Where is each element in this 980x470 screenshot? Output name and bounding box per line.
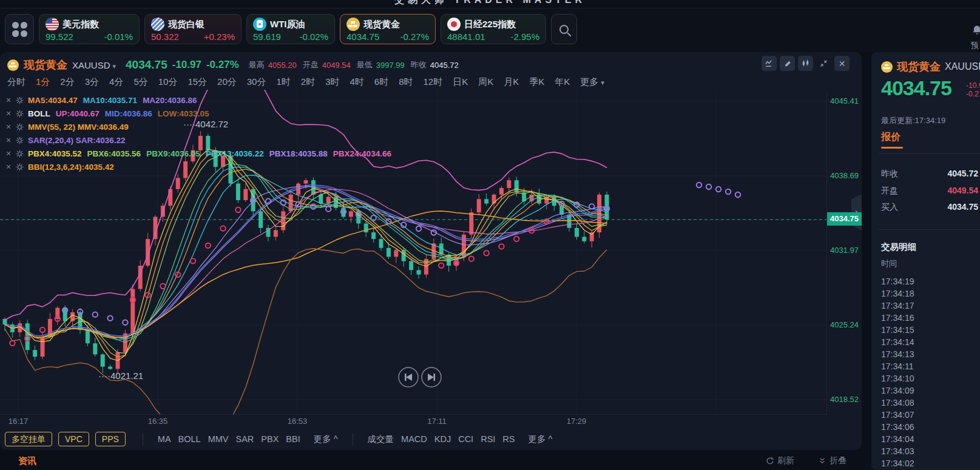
timeframe-tab-年K[interactable]: 年K — [555, 76, 570, 88]
timeframe-tab-3分[interactable]: 3分 — [85, 76, 99, 88]
ticker-card-spot-gold[interactable]: 现货黄金4034.75-0.27% — [340, 14, 436, 44]
gold-coin-icon — [346, 18, 360, 31]
search-button[interactable] — [551, 14, 577, 44]
sub-indicator-tab-成交量[interactable]: 成交量 — [368, 434, 394, 444]
timeframe-more[interactable]: 更多▾ — [580, 76, 604, 88]
sub-indicator-tab-KDJ[interactable]: KDJ — [434, 434, 451, 444]
indicator-tab-BOLL[interactable]: BOLL — [178, 434, 201, 444]
remove-indicator-icon[interactable]: × — [6, 162, 16, 172]
ticker-card-nikkei-225[interactable]: 日经225指数48841.01-2.95% — [441, 14, 546, 44]
ticker-name: 美元指数 — [63, 19, 99, 30]
more-main-indicators[interactable]: 更多 ^ — [314, 434, 338, 445]
trade-row[interactable]: 17:34:164 — [881, 312, 980, 324]
trade-row[interactable]: 17:34:134 — [881, 348, 980, 360]
symbol-name[interactable]: 现货黄金 — [24, 58, 67, 72]
timeframe-tab-15分[interactable]: 15分 — [188, 76, 207, 88]
timeframe-tab-分时[interactable]: 分时 — [7, 76, 25, 88]
trade-row[interactable]: 17:34:174 — [881, 300, 980, 312]
draw-pencil-icon[interactable] — [780, 56, 795, 71]
timeframe-tab-10分[interactable]: 10分 — [158, 76, 178, 88]
legend-value: MA5:4034.47 — [28, 96, 78, 105]
timeframe-tab-5分[interactable]: 5分 — [133, 76, 147, 88]
ticker-card-wti-oil[interactable]: WTI原油59.619-0.02% — [246, 14, 335, 44]
remove-indicator-icon[interactable]: × — [6, 95, 16, 105]
quote-label: 开盘 — [881, 186, 898, 195]
timeframe-tab-季K[interactable]: 季K — [529, 76, 544, 88]
symbol-code[interactable]: XAUUSD▾ — [72, 60, 116, 70]
order-button-1[interactable]: VPC — [58, 432, 89, 446]
trade-list[interactable]: 17:34:19417:34:18417:34:17417:34:16417:3… — [881, 275, 980, 469]
indicator-settings-icon[interactable] — [16, 123, 28, 131]
trade-row[interactable]: 17:34:184 — [881, 287, 980, 300]
timeframe-tab-4分[interactable]: 4分 — [109, 76, 123, 88]
timeframe-tab-月K[interactable]: 月K — [504, 76, 519, 88]
timeframe-tab-日K[interactable]: 日K — [453, 76, 468, 88]
ticker-value: 59.619 — [253, 32, 281, 42]
trade-row[interactable]: 17:34:104 — [881, 372, 980, 384]
trade-row[interactable]: 17:34:114 — [881, 360, 980, 372]
remove-indicator-icon[interactable]: × — [6, 122, 16, 132]
ticker-card-usd-index[interactable]: 美元指数99.522-0.01% — [39, 14, 140, 44]
tab-news[interactable]: 资讯 — [18, 455, 36, 467]
trade-row[interactable]: 17:34:194 — [881, 275, 980, 287]
alert-bell-icon[interactable] — [971, 24, 980, 36]
trade-row[interactable]: 17:34:094 — [881, 384, 980, 397]
indicator-tab-BBI[interactable]: BBI — [286, 434, 300, 444]
quote-row-0: 昨收4045.72 — [881, 169, 978, 181]
remove-indicator-icon[interactable]: × — [6, 149, 16, 158]
indicator-tab-PBX[interactable]: PBX — [261, 434, 279, 444]
legend-row-bbi: ×BBI(12,3,6,24):4035.42 — [6, 160, 397, 173]
ticker-name: 日经225指数 — [464, 19, 516, 30]
timeframe-tab-30分[interactable]: 30分 — [247, 76, 266, 88]
time-column-header: 时间 — [881, 258, 897, 269]
close-chart-icon[interactable]: ✕ — [834, 56, 850, 71]
sub-indicator-tab-MACD[interactable]: MACD — [401, 434, 427, 444]
remove-indicator-icon[interactable]: × — [6, 109, 16, 118]
apps-grid-button[interactable] — [5, 14, 34, 44]
stat-label: 最高 — [249, 59, 265, 70]
sub-indicator-tab-RS[interactable]: RS — [502, 434, 515, 444]
trade-row[interactable]: 17:34:154 — [881, 324, 980, 336]
timeframe-tab-20分[interactable]: 20分 — [217, 76, 237, 88]
sub-indicator-tab-RSI[interactable]: RSI — [481, 434, 495, 444]
timeframe-tab-12时[interactable]: 12时 — [424, 76, 443, 88]
trade-row[interactable]: 17:34:144 — [881, 336, 980, 348]
indicator-settings-icon[interactable] — [16, 150, 28, 158]
timeframe-tab-3时[interactable]: 3时 — [325, 76, 339, 88]
timeframe-tab-6时[interactable]: 6时 — [374, 76, 388, 88]
order-button-0[interactable]: 多空挂单 — [5, 432, 52, 446]
indicator-tab-SAR[interactable]: SAR — [236, 434, 254, 444]
quote-panel: 现货黄金 XAUUSD 4034.75 -10.97 -0.27% 最后更新:1… — [871, 52, 980, 470]
trade-row[interactable]: 17:34:084 — [881, 397, 980, 409]
indicator-settings-icon[interactable] — [16, 136, 28, 144]
timeframe-tab-1时[interactable]: 1时 — [276, 76, 290, 88]
indicator-tab-MMV[interactable]: MMV — [208, 434, 229, 444]
timeframe-tab-4时[interactable]: 4时 — [350, 76, 364, 88]
trade-row[interactable]: 17:34:034 — [881, 445, 980, 457]
trade-row[interactable]: 17:34:074 — [881, 409, 980, 421]
collapse-button[interactable]: 折叠 — [818, 455, 847, 466]
timeframe-tab-2分[interactable]: 2分 — [60, 76, 74, 88]
timeframe-tab-周K[interactable]: 周K — [478, 76, 493, 88]
timeframe-tab-2时[interactable]: 2时 — [301, 76, 315, 88]
trade-row[interactable]: 17:34:024 — [881, 457, 980, 469]
line-chart-icon[interactable] — [762, 56, 777, 71]
indicator-settings-icon[interactable] — [16, 163, 28, 171]
indicator-tab-MA[interactable]: MA — [158, 434, 171, 444]
more-sub-indicators[interactable]: 更多 ^ — [528, 434, 552, 445]
candlestick-style-icon[interactable] — [798, 56, 813, 71]
chevron-down-icon: ▾ — [113, 62, 117, 70]
remove-indicator-icon[interactable]: × — [6, 135, 16, 145]
indicator-settings-icon[interactable] — [16, 110, 28, 118]
order-button-2[interactable]: PPS — [95, 432, 126, 446]
indicator-settings-icon[interactable] — [16, 96, 28, 104]
trade-row[interactable]: 17:34:044 — [881, 433, 980, 445]
sub-indicator-tab-CCI[interactable]: CCI — [458, 434, 473, 444]
timeframe-tab-1分[interactable]: 1分 — [36, 76, 50, 88]
trade-row[interactable]: 17:34:064 — [881, 421, 980, 433]
tab-quote[interactable]: 报价 — [881, 131, 901, 144]
timeframe-tab-8时[interactable]: 8时 — [399, 76, 413, 88]
refresh-button[interactable]: 刷新 — [766, 455, 794, 466]
shrink-icon[interactable] — [816, 56, 831, 71]
ticker-card-spot-silver[interactable]: 现货白银50.322+0.23% — [144, 14, 242, 44]
